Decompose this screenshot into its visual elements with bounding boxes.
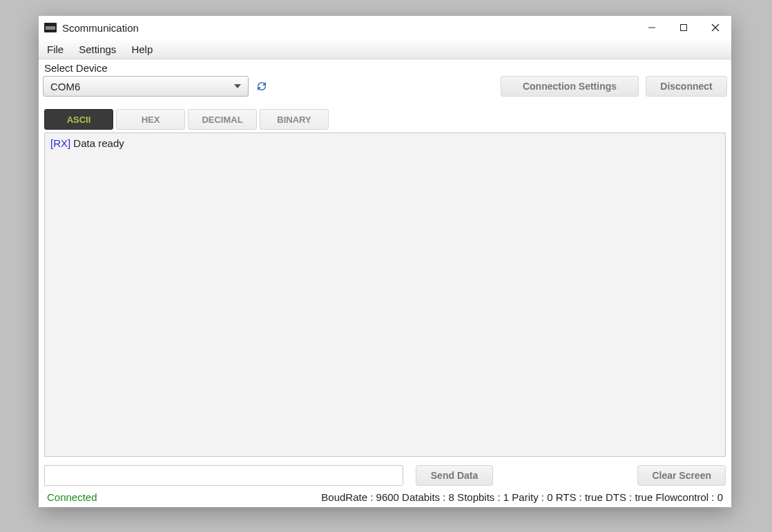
disconnect-button[interactable]: Disconnect [646,76,727,97]
tab-decimal[interactable]: DECIMAL [188,109,257,130]
menu-help[interactable]: Help [131,43,153,55]
menu-file[interactable]: File [47,43,64,55]
connection-params: BoudRate : 9600 Databits : 8 Stopbits : … [321,491,723,503]
menu-bar: File Settings Help [39,39,731,59]
select-device-label: Select Device [44,62,727,74]
log-output[interactable]: [RX] Data ready [44,132,726,457]
format-tabs: ASCII HEX DECIMAL BINARY [44,109,727,130]
maximize-icon [679,23,688,32]
device-selected-value: COM6 [50,81,80,92]
device-select[interactable]: COM6 [43,76,249,97]
status-bar: Connected BoudRate : 9600 Databits : 8 S… [43,489,727,507]
svg-rect-1 [681,25,687,31]
maximize-button[interactable] [668,16,699,39]
window-title: Scommunication [62,22,139,34]
close-icon [711,23,720,32]
minimize-button[interactable] [636,16,668,39]
connection-settings-button[interactable]: Connection Settings [501,76,639,97]
app-window: Scommunication File Settings Help Select… [39,16,731,507]
menu-settings[interactable]: Settings [79,43,116,55]
log-message: Data ready [73,137,124,149]
send-data-button[interactable]: Send Data [416,465,493,486]
refresh-icon [256,81,267,92]
tab-ascii[interactable]: ASCII [44,109,113,130]
minimize-icon [648,23,656,32]
app-icon [44,23,57,32]
window-controls [636,16,731,39]
title-bar: Scommunication [39,16,731,39]
chevron-down-icon [234,84,241,88]
log-rx-prefix: [RX] [50,137,70,149]
tab-binary[interactable]: BINARY [260,109,329,130]
close-button[interactable] [699,16,731,39]
connection-status: Connected [47,491,97,503]
clear-screen-button[interactable]: Clear Screen [637,465,726,486]
send-input[interactable] [44,465,403,486]
refresh-button[interactable] [255,80,268,92]
tab-hex[interactable]: HEX [116,109,185,130]
